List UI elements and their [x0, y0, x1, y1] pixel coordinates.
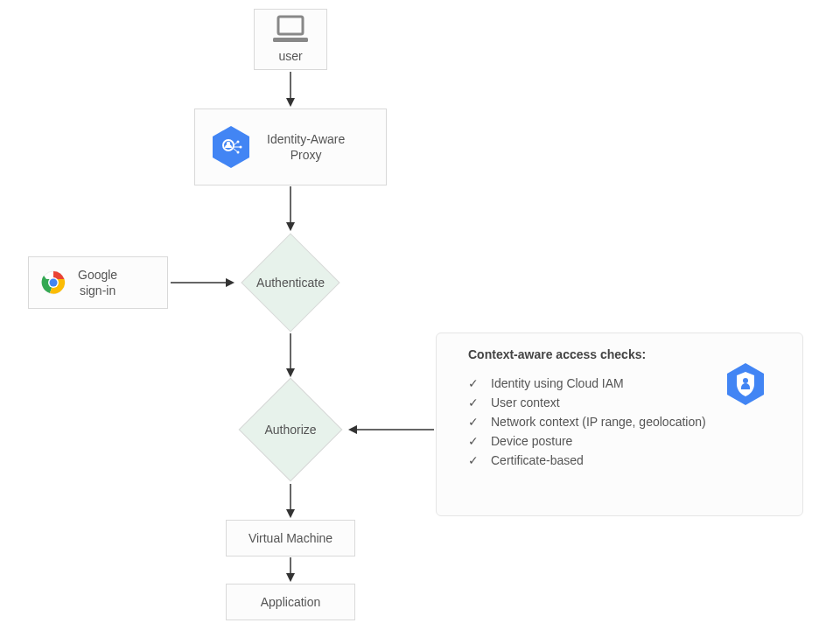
- security-hexagon-icon: [725, 361, 766, 407]
- node-vm: Virtual Machine: [226, 520, 355, 556]
- context-checks-panel: Context-aware access checks: Identity us…: [436, 332, 803, 516]
- checks-title: Context-aware access checks:: [468, 347, 781, 361]
- diagram-canvas: user Identity-Aware Proxy Google sign-in: [0, 0, 840, 630]
- laptop-icon: [271, 15, 310, 45]
- vm-label: Virtual Machine: [248, 530, 332, 546]
- checks-item: Network context (IP range, geolocation): [468, 412, 781, 431]
- chrome-icon: [41, 270, 66, 295]
- signin-label: Google sign-in: [78, 267, 117, 298]
- node-authorize: [239, 378, 343, 482]
- arrows-layer: [0, 0, 840, 630]
- svg-rect-7: [278, 17, 303, 34]
- checks-item: Device posture: [468, 431, 781, 451]
- node-app: Application: [226, 584, 355, 620]
- iap-label: Identity-Aware Proxy: [267, 131, 345, 163]
- node-user: user: [254, 9, 327, 70]
- svg-rect-8: [273, 38, 308, 42]
- svg-point-22: [743, 378, 748, 383]
- app-label: Application: [261, 594, 321, 610]
- node-iap: Identity-Aware Proxy: [194, 108, 387, 186]
- svg-point-20: [50, 279, 58, 287]
- checks-item: Certificate-based: [468, 451, 781, 470]
- node-google-signin: Google sign-in: [28, 256, 168, 309]
- user-label: user: [278, 48, 302, 64]
- node-authenticate: [241, 233, 340, 332]
- iap-hexagon-icon: [211, 124, 251, 170]
